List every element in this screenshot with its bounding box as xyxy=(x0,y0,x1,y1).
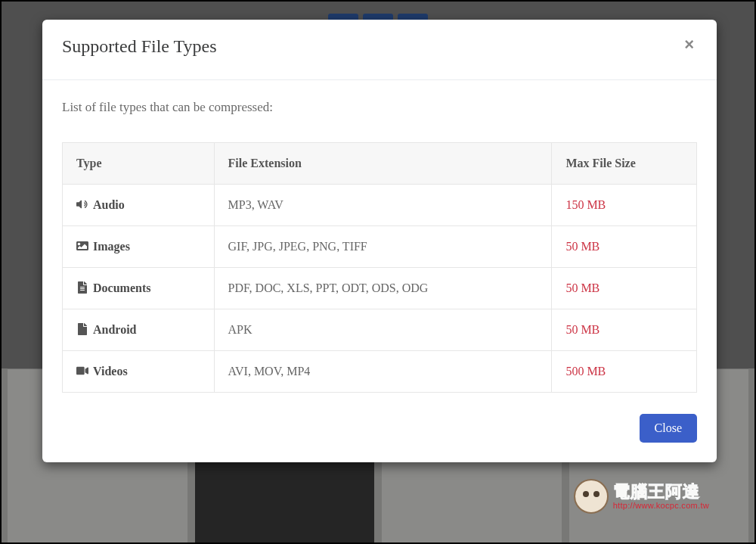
file-types-table: Type File Extension Max File Size AudioM… xyxy=(62,142,697,393)
table-row: ImagesGIF, JPG, JPEG, PNG, TIFF50 MB xyxy=(63,226,697,268)
extension-cell: GIF, JPG, JPEG, PNG, TIFF xyxy=(214,226,552,268)
android-icon xyxy=(76,323,93,336)
close-button[interactable]: Close xyxy=(640,414,697,443)
modal-footer: Close xyxy=(42,400,717,462)
type-cell: Audio xyxy=(63,185,215,226)
table-row: DocumentsPDF, DOC, XLS, PPT, ODT, ODS, O… xyxy=(63,268,697,309)
audio-icon xyxy=(76,198,93,211)
close-icon[interactable]: × xyxy=(681,36,697,53)
document-icon xyxy=(76,281,93,294)
type-cell: Videos xyxy=(63,351,215,393)
table-row: AndroidAPK50 MB xyxy=(63,309,697,351)
type-cell: Documents xyxy=(63,268,215,309)
type-label: Audio xyxy=(93,198,125,211)
modal-body: List of file types that can be compresse… xyxy=(42,80,717,400)
modal-title: Supported File Types xyxy=(62,36,217,57)
table-header-row: Type File Extension Max File Size xyxy=(63,143,697,185)
video-icon xyxy=(76,365,93,378)
max-size-cell: 50 MB xyxy=(552,226,697,268)
type-cell: Android xyxy=(63,309,215,351)
extension-cell: MP3, WAV xyxy=(214,185,552,226)
max-size-cell: 50 MB xyxy=(552,268,697,309)
supported-file-types-modal: Supported File Types × List of file type… xyxy=(42,20,717,462)
col-type: Type xyxy=(63,143,215,185)
max-size-cell: 50 MB xyxy=(552,309,697,351)
modal-header: Supported File Types × xyxy=(42,20,717,80)
table-row: AudioMP3, WAV150 MB xyxy=(63,185,697,226)
extension-cell: PDF, DOC, XLS, PPT, ODT, ODS, ODG xyxy=(214,268,552,309)
max-size-cell: 150 MB xyxy=(552,185,697,226)
extension-cell: APK xyxy=(214,309,552,351)
col-size: Max File Size xyxy=(552,143,697,185)
type-label: Android xyxy=(93,323,137,336)
col-ext: File Extension xyxy=(214,143,552,185)
type-cell: Images xyxy=(63,226,215,268)
modal-intro: List of file types that can be compresse… xyxy=(62,100,697,115)
type-label: Documents xyxy=(93,281,150,294)
image-icon xyxy=(76,240,93,253)
type-label: Videos xyxy=(93,365,128,378)
max-size-cell: 500 MB xyxy=(552,351,697,393)
extension-cell: AVI, MOV, MP4 xyxy=(214,351,552,393)
table-row: VideosAVI, MOV, MP4500 MB xyxy=(63,351,697,393)
type-label: Images xyxy=(93,240,130,253)
